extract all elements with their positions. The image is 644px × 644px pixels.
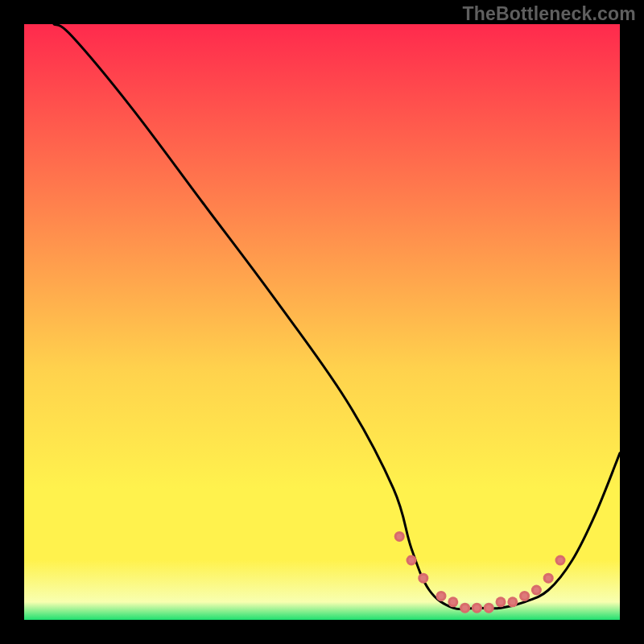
- gradient-background: [24, 24, 620, 620]
- highlight-marker-core: [409, 558, 415, 564]
- highlight-marker-core: [534, 588, 539, 593]
- watermark-label: TheBottleneck.com: [462, 3, 636, 25]
- chart-svg: [24, 24, 620, 620]
- highlight-marker-core: [546, 576, 551, 581]
- highlight-marker-core: [397, 534, 402, 539]
- chart-frame: TheBottleneck.com: [0, 0, 644, 644]
- highlight-marker-core: [522, 593, 527, 599]
- highlight-marker-core: [486, 605, 492, 611]
- highlight-marker-core: [558, 558, 564, 564]
- highlight-marker-core: [462, 605, 468, 611]
- plot-area: [24, 24, 620, 620]
- highlight-marker-core: [439, 593, 444, 599]
- highlight-marker-core: [510, 599, 515, 605]
- highlight-marker-core: [450, 599, 456, 605]
- highlight-marker-core: [474, 605, 480, 611]
- highlight-marker-core: [498, 599, 504, 605]
- highlight-marker-core: [420, 576, 426, 581]
